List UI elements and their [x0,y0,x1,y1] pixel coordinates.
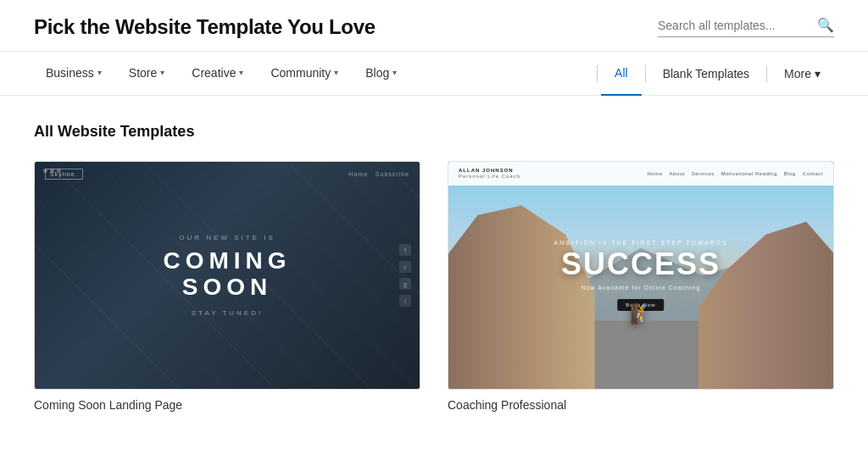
nav-item-business[interactable]: Business ▾ [34,52,114,96]
chevron-down-icon: ▾ [160,68,164,77]
section-title: All Website Templates [34,123,834,141]
template-thumbnail-coaching[interactable]: ALLAN JOHNSONPersonal Life Coach HomeAbo… [448,161,834,390]
cs-main-content: OUR NEW SITE IS COMINGSOON STAY TUNED! [163,234,291,317]
chevron-down-icon: ▾ [239,68,243,77]
cs-topbar: Skyline. Home Subscribe [35,162,420,186]
template-card-coaching[interactable]: ALLAN JOHNSONPersonal Life Coach HomeAbo… [448,161,834,412]
page-title: Pick the Website Template You Love [34,15,376,39]
instagram-icon: i [399,295,411,307]
search-bar[interactable]: 🔍 [658,17,834,37]
search-input[interactable] [658,19,810,32]
googleplus-icon: g [399,278,411,290]
nav-divider [645,65,646,82]
template-grid: Skyline. Home Subscribe OUR NEW SITE IS … [34,161,834,412]
filter-more[interactable]: More ▾ [771,52,834,96]
filter-all[interactable]: All [601,52,642,96]
nav-right: All Blank Templates More ▾ [593,52,834,96]
coach-person-figure [632,291,649,325]
cs-logo: Skyline. [45,169,83,180]
template-label-coming-soon: Coming Soon Landing Page [34,398,420,412]
nav-item-blog[interactable]: Blog ▾ [353,52,409,96]
coach-topbar: ALLAN JOHNSONPersonal Life Coach HomeAbo… [448,162,833,186]
chevron-down-icon: ▾ [97,68,102,77]
template-thumbnail-coming-soon[interactable]: Skyline. Home Subscribe OUR NEW SITE IS … [34,161,420,390]
nav-divider [597,65,598,82]
page-header: Pick the Website Template You Love 🔍 [0,0,868,52]
template-label-coaching: Coaching Professional [448,398,834,412]
chevron-down-icon: ▾ [392,68,397,77]
nav-item-creative[interactable]: Creative ▾ [180,52,255,96]
nav-divider [766,65,767,82]
nav-item-store[interactable]: Store ▾ [117,52,176,96]
main-content: All Website Templates Skyline. Home Subs… [0,96,868,432]
main-nav: Business ▾ Store ▾ Creative ▾ Community … [0,52,868,96]
filter-blank-templates[interactable]: Blank Templates [649,52,763,96]
cs-nav: Home Subscribe [348,171,409,177]
template-card-coming-soon[interactable]: Skyline. Home Subscribe OUR NEW SITE IS … [34,161,420,412]
facebook-icon: f [399,244,411,256]
chevron-down-icon: ▾ [815,67,821,80]
chevron-down-icon: ▾ [334,68,338,77]
nav-item-community[interactable]: Community ▾ [259,52,350,96]
nav-left: Business ▾ Store ▾ Creative ▾ Community … [34,52,593,96]
search-icon[interactable]: 🔍 [817,17,834,33]
twitter-icon: t [399,261,411,273]
cs-social-icons: f t g i [399,244,411,307]
